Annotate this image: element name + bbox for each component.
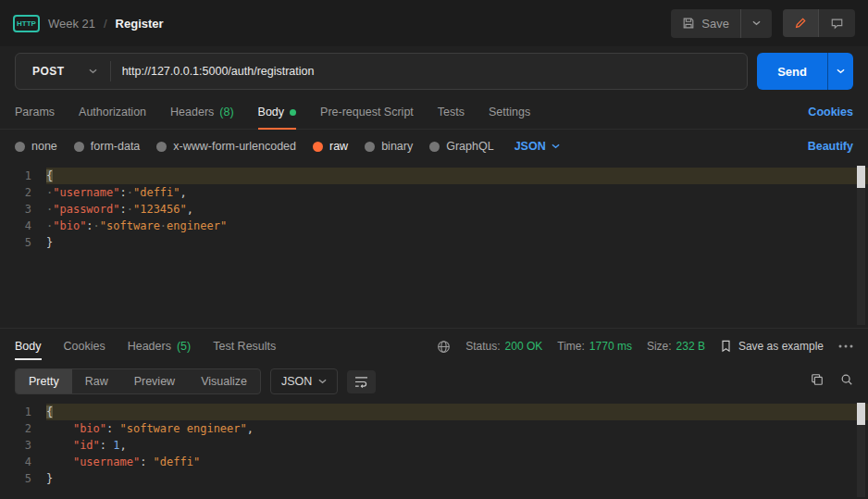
request-editor-scrollbar[interactable] (857, 166, 865, 325)
save-label: Save (701, 17, 729, 31)
tab-label: Body (15, 340, 42, 353)
response-editor-scrollbar[interactable] (857, 403, 865, 497)
radio-label: none (31, 140, 57, 153)
cookies-link[interactable]: Cookies (808, 106, 853, 119)
code-line[interactable]: 1{ (0, 168, 868, 184)
body-type-options: none form-data x-www-form-urlencoded raw… (0, 130, 868, 163)
method-label: POST (32, 65, 65, 78)
breadcrumb-separator: / (104, 17, 107, 31)
time-indicator: Time:1770 ms (557, 340, 632, 353)
save-button[interactable]: Save (671, 9, 740, 38)
method-dropdown[interactable]: POST (16, 54, 110, 89)
tab-label: Headers (170, 106, 214, 119)
url-input[interactable] (111, 54, 748, 89)
response-tab-headers[interactable]: Headers(5) (128, 329, 192, 364)
tab-label: Body (258, 106, 285, 119)
more-options-button[interactable] (838, 344, 853, 348)
view-preview-button[interactable]: Preview (121, 369, 188, 393)
save-as-example-label: Save as example (738, 340, 824, 353)
send-dropdown-button[interactable] (827, 53, 853, 90)
code-line[interactable]: 5} (0, 234, 868, 251)
response-body-editor[interactable]: 1{2 "bio": "software engineer",3 "id": 1… (0, 400, 868, 499)
top-bar: HTTP Week 21 / Register Save (0, 0, 868, 46)
tab-headers[interactable]: Headers(8) (170, 95, 234, 129)
beautify-link[interactable]: Beautify (808, 140, 853, 153)
body-type-none[interactable]: none (15, 140, 57, 153)
radio-label: raw (329, 140, 348, 153)
edit-button[interactable] (783, 9, 818, 37)
body-type-form-data[interactable]: form-data (74, 140, 141, 153)
status-label: Status: (465, 340, 500, 353)
body-type-raw[interactable]: raw (313, 140, 348, 153)
tab-authorization[interactable]: Authorization (79, 95, 146, 129)
response-format-dropdown[interactable]: JSON (270, 368, 338, 394)
save-as-example-button[interactable]: Save as example (720, 340, 824, 353)
time-label: Time: (557, 340, 585, 353)
code-text: "id": 1, (46, 437, 127, 454)
code-line[interactable]: 2 "bio": "software engineer", (0, 420, 868, 437)
send-button-group: Send (757, 53, 853, 90)
radio-icon (15, 142, 25, 152)
response-toolbar-right (811, 373, 853, 390)
code-line[interactable]: 4·"bio":·"software·engineer" (0, 218, 868, 234)
chevron-down-icon (89, 69, 97, 74)
response-body-code: 1{2 "bio": "software engineer",3 "id": 1… (0, 404, 868, 487)
body-type-urlencoded[interactable]: x-www-form-urlencoded (156, 140, 296, 153)
body-type-binary[interactable]: binary (365, 140, 413, 153)
tab-params[interactable]: Params (15, 95, 55, 129)
request-url-row: POST Send (0, 46, 868, 95)
breadcrumb-workspace[interactable]: Week 21 (48, 17, 95, 31)
line-number: 3 (0, 201, 46, 218)
radio-icon (313, 142, 323, 152)
scrollbar-thumb[interactable] (857, 166, 865, 188)
body-type-graphql[interactable]: GraphQL (429, 140, 493, 153)
code-line[interactable]: 5} (0, 470, 868, 487)
line-number: 4 (0, 454, 46, 470)
tab-tests[interactable]: Tests (438, 95, 465, 129)
tab-pre-request-script[interactable]: Pre-request Script (320, 95, 414, 129)
line-number: 5 (0, 470, 46, 487)
comments-button[interactable] (818, 9, 855, 37)
save-icon (682, 17, 695, 30)
tab-settings[interactable]: Settings (489, 95, 530, 129)
chevron-down-icon (752, 20, 761, 26)
radio-label: form-data (91, 140, 141, 153)
wrap-lines-button[interactable] (347, 370, 376, 393)
scrollbar-thumb[interactable] (857, 403, 865, 425)
tab-body[interactable]: Body (258, 95, 297, 129)
code-line[interactable]: 2·"username":·"deffi", (0, 184, 868, 201)
request-body-editor[interactable]: 1{2·"username":·"deffi",3·"password":·"1… (0, 163, 868, 328)
tab-label: Test Results (213, 340, 276, 353)
search-button[interactable] (840, 373, 853, 390)
response-tab-test-results[interactable]: Test Results (213, 329, 276, 364)
view-pretty-button[interactable]: Pretty (16, 369, 72, 393)
copy-button[interactable] (811, 373, 824, 390)
code-line[interactable]: 1{ (0, 404, 868, 420)
code-line[interactable]: 4 "username": "deffi" (0, 454, 868, 470)
size-value: 232 B (676, 340, 705, 353)
response-meta: Status:200 OK Time:1770 ms Size:232 B Sa… (437, 340, 853, 354)
breadcrumb-request-name: Register (116, 17, 164, 31)
line-number: 1 (0, 168, 46, 184)
pencil-icon (794, 17, 807, 30)
send-button[interactable]: Send (757, 53, 827, 90)
response-tab-cookies[interactable]: Cookies (64, 329, 105, 364)
status-indicator: Status:200 OK (465, 340, 542, 353)
save-dropdown-button[interactable] (740, 9, 772, 38)
format-label: JSON (281, 375, 312, 388)
ellipsis-icon (838, 344, 853, 348)
code-text: } (46, 470, 53, 487)
view-raw-button[interactable]: Raw (72, 369, 121, 393)
body-format-dropdown[interactable]: JSON (515, 140, 560, 153)
url-box: POST (15, 53, 748, 90)
edit-comment-group (783, 9, 855, 37)
size-indicator: Size:232 B (647, 340, 705, 353)
view-visualize-button[interactable]: Visualize (188, 369, 260, 393)
copy-icon (811, 373, 824, 386)
response-tab-body[interactable]: Body (15, 329, 42, 364)
response-toolbar: Pretty Raw Preview Visualize JSON (0, 364, 868, 400)
code-line[interactable]: 3 "id": 1, (0, 437, 868, 454)
code-line[interactable]: 3·"password":·"123456", (0, 201, 868, 218)
line-number: 1 (0, 404, 46, 420)
request-tabs: Params Authorization Headers(8) Body Pre… (0, 95, 868, 130)
